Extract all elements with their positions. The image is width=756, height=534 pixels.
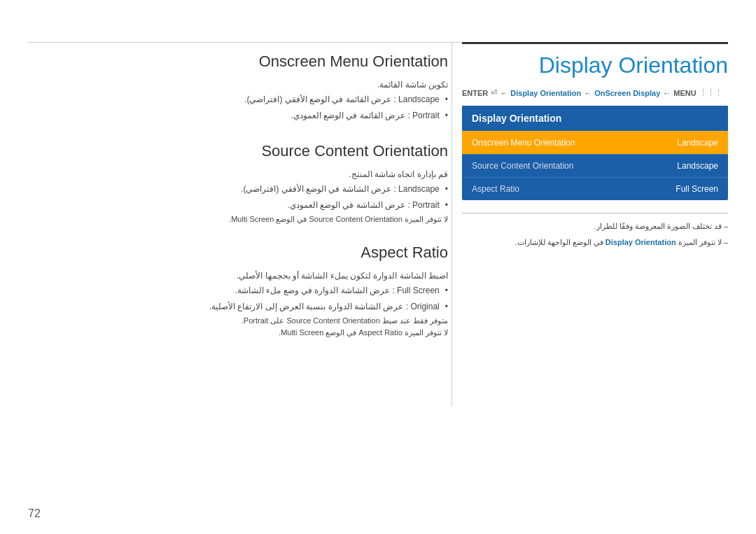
bullet-desc-portrait-1: : عرض القائمة في الوضع العمودي. bbox=[290, 111, 410, 120]
bullet-text-landscape-2: Landscape : عرض الشاشة في الوضع الأفقي (… bbox=[241, 183, 440, 196]
bullet-text-portrait-1: Portrait : عرض القائمة في الوضع العمودي. bbox=[290, 109, 439, 122]
breadcrumb-enter: ENTER bbox=[462, 89, 488, 97]
bullet-text-landscape-1: Landscape : عرض القائمة في الوضع الأفقي … bbox=[244, 93, 440, 106]
bullet-dot-5: • bbox=[445, 286, 448, 295]
osd-row-onscreen[interactable]: Onscreen Menu Orientation Landscape bbox=[462, 131, 728, 154]
right-top-rule bbox=[462, 42, 728, 44]
section-intro-aspect: اضبط الشاشة الدوارة لتكون يملء الشاشة أو… bbox=[28, 269, 462, 284]
page-title: Display Orientation bbox=[462, 52, 728, 78]
note-aspect-portrait: متوفر فقط عند ضبط Source Content Orienta… bbox=[28, 316, 462, 325]
breadcrumb: ENTER ⏎ ← Display Orientation ← OnScreen… bbox=[462, 88, 728, 97]
osd-row-source-value: Landscape bbox=[677, 161, 718, 171]
osd-row-source[interactable]: Source Content Orientation Landscape bbox=[462, 154, 728, 177]
note-portrait-3: Portrait bbox=[244, 316, 268, 325]
breadcrumb-menu: MENU bbox=[673, 89, 696, 97]
section-aspect-ratio: Aspect Ratio اضبط الشاشة الدوارة لتكون ي… bbox=[28, 244, 462, 337]
bullet-dot-2: • bbox=[445, 111, 448, 120]
bullet-dot: • bbox=[445, 94, 448, 104]
right-note-2: – لا تتوفر الميزة Display Orientation في… bbox=[462, 237, 728, 248]
breadcrumb-arrow-3: ← bbox=[663, 89, 671, 97]
breadcrumb-onscreen-display: OnScreen Display bbox=[594, 89, 660, 97]
bullet-text-original: Original : عرض الشاشة الدوارة بنسبة العر… bbox=[209, 300, 440, 314]
osd-box: Display Orientation Onscreen Menu Orient… bbox=[462, 106, 728, 200]
breadcrumb-enter-icon: ⏎ bbox=[491, 88, 497, 97]
left-content: Onscreen Menu Orientation تكوين شاشة الق… bbox=[28, 52, 462, 492]
page-number: 72 bbox=[28, 507, 41, 520]
highlight-landscape-1: Landscape bbox=[398, 94, 440, 104]
section-intro-onscreen: تكوين شاشة القائمة. bbox=[28, 78, 462, 93]
right-note-display-orientation: Display Orientation bbox=[606, 238, 676, 246]
bullet-dot-4: • bbox=[445, 200, 448, 210]
note-aspect-multiscreen: لا تتوفر الميزة Aspect Ratio في الوضع Mu… bbox=[28, 328, 462, 337]
highlight-fullscreen: Full Screen bbox=[397, 286, 440, 295]
highlight-landscape-2: Landscape bbox=[398, 184, 440, 194]
osd-row-source-label: Source Content Orientation bbox=[472, 161, 573, 171]
bullet-desc-original: : عرض الشاشة الدوارة بنسبة العرض إلى الا… bbox=[209, 302, 408, 311]
bullet-text-fullscreen: Full Screen : عرض الشاشة الدوارة في وضع … bbox=[235, 284, 440, 297]
bullet-dot-6: • bbox=[445, 302, 448, 311]
bullet-fullscreen: • Full Screen : عرض الشاشة الدوارة في وض… bbox=[28, 284, 462, 297]
section-title-onscreen: Onscreen Menu Orientation bbox=[28, 52, 462, 71]
right-panel: Display Orientation ENTER ⏎ ← Display Or… bbox=[462, 52, 728, 252]
note-source-content: لا تتوفر الميزة Source Content Orientati… bbox=[28, 215, 462, 224]
bullet-portrait-2: • Portrait : عرض الشاشة في الوضع العمودي… bbox=[28, 199, 462, 212]
note-multi-screen-2: Multi Screen bbox=[281, 328, 323, 337]
osd-row-onscreen-label: Onscreen Menu Orientation bbox=[472, 138, 575, 148]
osd-header: Display Orientation bbox=[462, 106, 728, 131]
note-aspect-ratio-highlight: Aspect Ratio bbox=[358, 328, 402, 337]
osd-row-aspect-label: Aspect Ratio bbox=[472, 184, 519, 194]
bullet-portrait-1: • Portrait : عرض القائمة في الوضع العمود… bbox=[28, 109, 462, 122]
highlight-portrait-1: Portrait bbox=[412, 111, 440, 120]
osd-row-onscreen-value: Landscape bbox=[677, 138, 718, 148]
right-note-1: – قد تختلف الصورة المعروضة وفقًا للطراز. bbox=[462, 220, 728, 232]
bullet-landscape-2: • Landscape : عرض الشاشة في الوضع الأفقي… bbox=[28, 183, 462, 196]
osd-row-aspect[interactable]: Aspect Ratio Full Screen bbox=[462, 177, 728, 200]
section-intro-source: قم بإدارة اتجاه شاشة المنتج. bbox=[28, 167, 462, 183]
section-title-aspect: Aspect Ratio bbox=[28, 244, 462, 262]
bullet-landscape-1: • Landscape : عرض القائمة في الوضع الأفق… bbox=[28, 93, 462, 106]
bullet-desc-portrait-2: : عرض الشاشة في الوضع العمودي. bbox=[287, 200, 410, 210]
note-source-content-2: Source Content Orientation bbox=[286, 316, 379, 325]
breadcrumb-arrow-2: ← bbox=[584, 89, 592, 97]
section-onscreen-menu: Onscreen Menu Orientation تكوين شاشة الق… bbox=[28, 52, 462, 122]
bullet-desc-landscape-1: : عرض القائمة في الوضع الأفقي (افتراضي). bbox=[244, 94, 396, 104]
bullet-dot-3: • bbox=[445, 184, 448, 194]
highlight-portrait-2: Portrait bbox=[412, 200, 440, 210]
bullet-desc-fullscreen: : عرض الشاشة الدوارة في وضع ملء الشاشة. bbox=[235, 286, 395, 295]
breadcrumb-display-orientation: Display Orientation bbox=[510, 89, 581, 97]
breadcrumb-arrow-1: ← bbox=[500, 89, 507, 97]
note-multi-screen-1: Multi Screen bbox=[231, 215, 274, 223]
bullet-original: • Original : عرض الشاشة الدوارة بنسبة ال… bbox=[28, 300, 462, 314]
bullet-text-portrait-2: Portrait : عرض الشاشة في الوضع العمودي. bbox=[287, 199, 439, 212]
note-source-highlight: Source Content Orientation bbox=[309, 215, 402, 223]
osd-row-aspect-value: Full Screen bbox=[676, 184, 718, 194]
section-title-source: Source Content Orientation bbox=[28, 142, 462, 160]
bullet-desc-landscape-2: : عرض الشاشة في الوضع الأفقي (افتراضي). bbox=[241, 184, 396, 194]
right-notes: – قد تختلف الصورة المعروضة وفقًا للطراز.… bbox=[462, 213, 728, 248]
section-source-content: Source Content Orientation قم بإدارة اتج… bbox=[28, 142, 462, 224]
highlight-original: Original bbox=[410, 302, 439, 311]
breadcrumb-menu-icon: ⋮⋮⋮ bbox=[699, 88, 722, 97]
